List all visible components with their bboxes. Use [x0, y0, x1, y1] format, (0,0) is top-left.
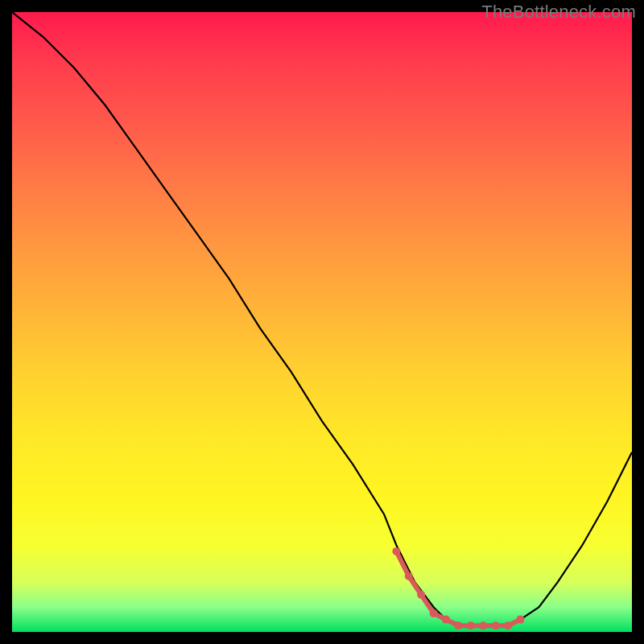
- optimal-marker: [454, 621, 462, 630]
- watermark-text: TheBottleneck.com: [481, 2, 636, 23]
- plot-area: [12, 12, 632, 632]
- optimal-marker: [504, 621, 512, 630]
- optimal-marker: [479, 621, 487, 630]
- optimal-marker: [467, 621, 475, 630]
- bottleneck-curve-path: [12, 12, 632, 625]
- optimal-marker: [442, 616, 450, 624]
- optimal-marker: [516, 616, 524, 624]
- chart-container: TheBottleneck.com: [0, 0, 644, 644]
- optimal-marker: [430, 609, 438, 617]
- optimal-marker: [392, 547, 400, 555]
- optimal-marker: [405, 572, 413, 580]
- optimal-range-markers: [392, 547, 524, 630]
- optimal-marker: [417, 591, 425, 599]
- curve-svg-layer: [12, 12, 632, 632]
- optimal-range-segment: [396, 551, 520, 625]
- optimal-marker: [492, 621, 500, 630]
